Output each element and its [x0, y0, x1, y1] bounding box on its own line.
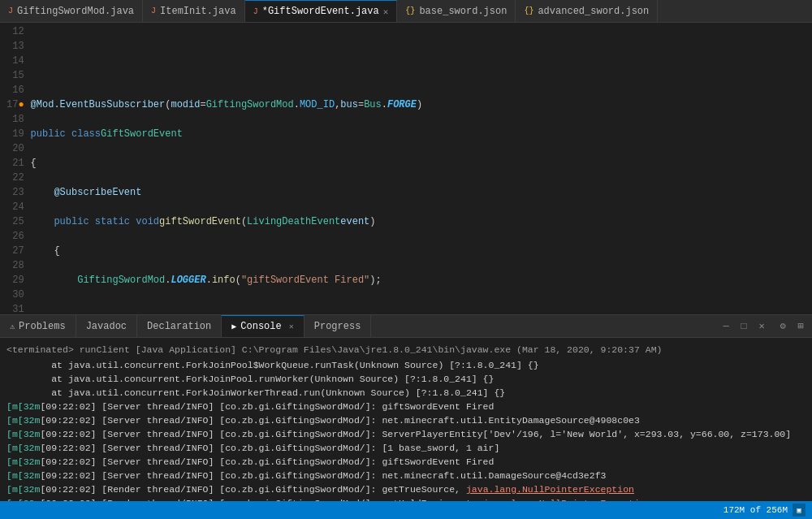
code-line-16: { [31, 156, 804, 171]
scroll-lock-button[interactable]: ⊞ [793, 318, 809, 335]
tab-progress[interactable]: Progress [304, 315, 372, 337]
progress-label: Progress [314, 321, 361, 332]
json-icon: {} [405, 6, 415, 15]
close-button[interactable]: ✕ [754, 318, 770, 335]
tab-label: base_sword.json [419, 6, 507, 17]
declaration-label: Declaration [147, 321, 211, 332]
code-line-17: @SubscribeEvent [31, 185, 804, 200]
line-numbers: 12 13 14 15 16 17● 18 19 20 21 22 23 24 … [0, 23, 31, 314]
console-line: [m[32m[09:22:02] [Server thread/INFO] [c… [6, 469, 806, 482]
memory-usage: 172M of 256M [723, 505, 788, 515]
code-line-19: { [31, 244, 804, 258]
tab-label: advanced_sword.json [538, 6, 649, 17]
tab-javadoc[interactable]: Javadoc [76, 315, 137, 337]
tab-console[interactable]: ▶ Console ✕ [222, 315, 304, 337]
bottom-panel: ⚠ Problems Javadoc Declaration ▶ Console… [0, 314, 812, 501]
error-link[interactable]: java.lang.NullPointerException [466, 484, 634, 495]
tab-base-sword[interactable]: {} base_sword.json [397, 0, 516, 22]
editor-tab-bar: J GiftingSwordMod.java J ItemInit.java J… [0, 0, 812, 23]
console-icon: ▶ [231, 322, 236, 331]
code-line-12 [31, 39, 804, 54]
code-content[interactable]: @Mod.EventBusSubscriber(modid = GiftingS… [31, 23, 812, 314]
tab-giftswordevent[interactable]: J *GiftSwordEvent.java ✕ [245, 0, 398, 22]
javadoc-label: Javadoc [86, 321, 127, 332]
minimize-button[interactable]: ─ [718, 318, 734, 335]
tab-iteminit[interactable]: J ItemInit.java [143, 0, 245, 22]
console-output[interactable]: <terminated> runClient [Java Application… [0, 338, 812, 501]
settings-button[interactable]: ⚙ [775, 318, 791, 335]
code-line-15: public class GiftSwordEvent [31, 127, 804, 141]
console-line: [m[32m[09:22:02] [Server thread/INFO] [c… [6, 413, 806, 427]
code-line-13 [31, 68, 804, 83]
panel-tab-bar: ⚠ Problems Javadoc Declaration ▶ Console… [0, 315, 812, 338]
console-line: [m[32m[09:22:02] [Server thread/INFO] [c… [6, 400, 806, 413]
code-line-14: @Mod.EventBusSubscriber(modid = GiftingS… [31, 97, 804, 112]
java-icon: J [253, 7, 258, 16]
tab-label: *GiftSwordEvent.java [262, 6, 379, 17]
code-editor: 12 13 14 15 16 17● 18 19 20 21 22 23 24 … [0, 23, 812, 314]
java-icon: J [151, 6, 156, 15]
tab-close-icon[interactable]: ✕ [383, 6, 389, 17]
code-line-18: public static void giftSwordEvent(Living… [31, 214, 804, 229]
terminated-line: <terminated> runClient [Java Application… [6, 341, 806, 358]
tab-label: ItemInit.java [160, 6, 236, 17]
maximize-button[interactable]: □ [736, 318, 752, 335]
console-line: [m[32m[09:22:02] [Server thread/INFO] [c… [6, 427, 806, 441]
tab-declaration[interactable]: Declaration [137, 315, 222, 337]
tab-giftingswordmod[interactable]: J GiftingSwordMod.java [0, 0, 143, 22]
console-line: [m[32m[09:22:02] [Render thread/INFO] [c… [6, 482, 806, 496]
java-icon: J [8, 6, 13, 15]
console-line: [m[32m[09:22:02] [Server thread/INFO] [c… [6, 441, 806, 455]
problems-label: Problems [19, 321, 66, 332]
console-line: at java.util.concurrent.ForkJoinWorkerTh… [6, 386, 806, 400]
memory-icon[interactable]: ▣ [793, 504, 806, 517]
code-line-20: GiftingSwordMod.LOGGER.info("giftSwordEv… [31, 273, 804, 288]
console-label: Console [240, 321, 281, 332]
console-line: [m[32m[09:22:02] [Server thread/INFO] [c… [6, 455, 806, 469]
panel-action-buttons: ─ □ ✕ ⚙ ⊞ [718, 318, 812, 335]
console-line: at java.util.concurrent.ForkJoinPool.run… [6, 372, 806, 386]
status-bar: 172M of 256M ▣ [0, 501, 812, 519]
tab-problems[interactable]: ⚠ Problems [0, 315, 76, 337]
problems-icon: ⚠ [10, 322, 15, 331]
tab-advanced-sword[interactable]: {} advanced_sword.json [516, 0, 658, 22]
json-icon: {} [524, 6, 533, 15]
console-tab-close-icon[interactable]: ✕ [289, 322, 294, 331]
tab-label: GiftingSwordMod.java [17, 6, 134, 17]
console-line: at java.util.concurrent.ForkJoinPool$Wor… [6, 358, 806, 372]
code-line-21 [31, 302, 804, 314]
